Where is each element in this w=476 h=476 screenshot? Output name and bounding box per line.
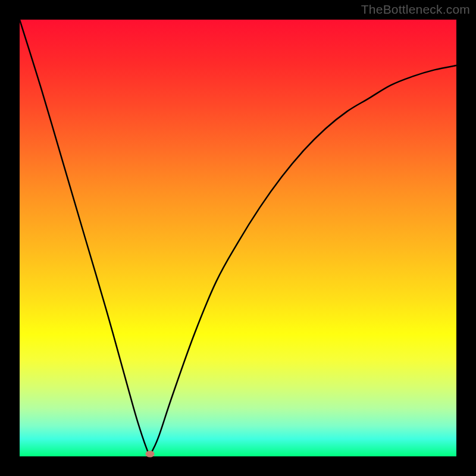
minimum-marker (145, 451, 154, 458)
chart-plot-area (20, 20, 456, 456)
bottleneck-curve (20, 20, 456, 456)
watermark-text: TheBottleneck.com (361, 2, 470, 17)
